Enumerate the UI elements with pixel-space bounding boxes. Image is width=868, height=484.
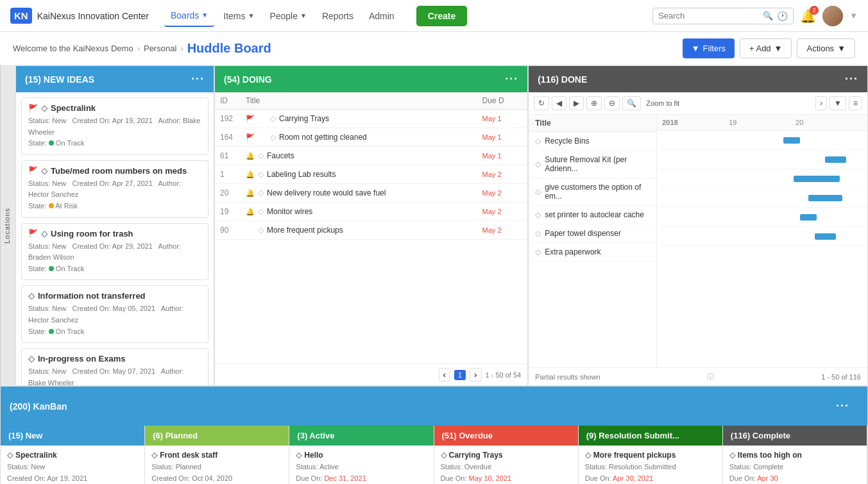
gantt-refresh-button[interactable]: ↻	[534, 96, 549, 110]
diamond-icon: ◇	[270, 114, 276, 123]
gantt-list-item[interactable]: ◇Suture Removal Kit (per Adrienn...	[529, 151, 656, 178]
breadcrumb-sep-2: ›	[180, 44, 183, 53]
page-1-button[interactable]: 1	[454, 370, 466, 380]
logo-badge: KN	[10, 8, 32, 24]
gantt-zoom-in-button[interactable]: ⊕	[586, 96, 602, 110]
gantt-prev-button[interactable]: ◀	[552, 96, 566, 110]
gantt-bar[interactable]	[808, 195, 842, 201]
main-content: Locations (15) NEW IDEAS ··· 🚩 ◇ Spectra…	[0, 65, 868, 484]
create-button[interactable]: Create	[416, 6, 468, 26]
done-menu[interactable]: ···	[845, 72, 858, 86]
gantt-partial-note: Partial results shown	[535, 373, 600, 381]
search-box[interactable]: 🔍 🕐	[652, 8, 794, 24]
col-title: Title	[241, 92, 477, 110]
new-ideas-card[interactable]: 🚩 ◇ Using room for trash Status: New Cre…	[21, 223, 208, 281]
notification-bell[interactable]: 🔔 2	[800, 8, 816, 24]
kanban-card[interactable]: ◇ Items too high on Status: Complete Due…	[723, 446, 867, 484]
gantt-menu-button[interactable]: ≡	[849, 96, 862, 110]
info-icon: ⓘ	[707, 372, 714, 381]
search-input[interactable]	[658, 11, 759, 21]
kanban-menu[interactable]: ···	[827, 393, 858, 419]
kanban-header: (200) KanBan ···	[1, 387, 867, 426]
gantt-bar[interactable]	[815, 233, 836, 240]
breadcrumb-home[interactable]: Welcome to the KaiNexus Demo	[13, 44, 133, 53]
state-dot	[49, 203, 54, 208]
diamond-icon: ◇	[151, 451, 157, 460]
card-title-text: Information not transferred	[38, 291, 146, 301]
kanban-card[interactable]: ◇ Hello Status: Active Due On: Dec 31, 2…	[289, 446, 433, 484]
gantt-list-item[interactable]: ◇set printer to autoclear cache	[529, 206, 656, 224]
kanban-col: (3) Active ◇ Hello Status: Active Due On…	[289, 426, 434, 484]
table-row[interactable]: 20 🔔 ◇ New delivery route would save fue…	[215, 184, 527, 203]
gantt-next-button[interactable]: ▶	[569, 96, 584, 110]
table-row[interactable]: 90 🔔 ◇ More frequent pickups May 2	[215, 221, 527, 240]
diamond-icon: ◇	[28, 291, 35, 301]
table-row[interactable]: 61 🔔 ◇ Faucets May 1	[215, 147, 527, 165]
kanban-card[interactable]: ◇ Carrying Trays Status: Overdue Due On:…	[434, 446, 578, 484]
prev-page-button[interactable]: ‹	[439, 368, 450, 381]
new-ideas-card[interactable]: 🚩 ◇ Spectralink Status: New Created On: …	[21, 97, 208, 155]
title-text: Carrying Trays	[279, 114, 329, 123]
diamond-icon: ◇	[535, 247, 541, 256]
gantt-item-title: Recycle Bins	[545, 137, 589, 146]
gantt-list-item[interactable]: ◇give customers the option of em...	[529, 178, 656, 206]
actions-button[interactable]: Actions ▼	[797, 38, 855, 58]
new-ideas-menu[interactable]: ···	[191, 72, 205, 86]
status-label: Status: Overdue	[441, 463, 492, 471]
gantt-bar-row	[657, 227, 867, 246]
new-ideas-column: (15) NEW IDEAS ··· 🚩 ◇ Spectralink Statu…	[15, 65, 214, 386]
kanban-card-title-text: More frequent pickups	[593, 451, 676, 460]
gantt-bar[interactable]	[800, 214, 817, 221]
gantt-right-button[interactable]: ›	[815, 96, 827, 110]
kanban-card[interactable]: ◇ Front desk staff Status: Planned Creat…	[145, 446, 289, 484]
nav-items[interactable]: Items ▼	[217, 6, 260, 26]
table-row[interactable]: 192 🚩 🔔 ◇ Carrying Trays May 1	[215, 110, 527, 128]
user-avatar[interactable]	[822, 6, 843, 26]
new-ideas-card[interactable]: 🚩 ◇ Tube/med room numbers on meds Status…	[21, 160, 208, 218]
new-ideas-card[interactable]: ◇ Information not transferred Status: Ne…	[21, 285, 208, 343]
diamond-icon: ◇	[41, 166, 47, 176]
gantt-list-item[interactable]: ◇Extra paperwork	[529, 243, 656, 262]
gantt-list-item[interactable]: ◇Paper towel dispenser	[529, 224, 656, 243]
title-text: Faucets	[267, 151, 294, 160]
table-row[interactable]: 19 🔔 ◇ Monitor wires May 2	[215, 203, 527, 221]
kanban-card-title: ◇ Carrying Trays	[441, 451, 572, 460]
nav-people[interactable]: People ▼	[263, 6, 313, 26]
nav-reports[interactable]: Reports	[316, 6, 360, 26]
gantt-zoom-out-button[interactable]: ⊖	[604, 96, 620, 110]
state-dot	[49, 329, 54, 334]
user-menu-caret[interactable]: ▼	[849, 11, 858, 21]
gantt-bar[interactable]	[783, 137, 800, 144]
row-due: May 1	[477, 128, 528, 147]
nav-people-label: People	[269, 11, 298, 21]
gantt-down-button[interactable]: ▼	[830, 96, 846, 110]
title-text: More frequent pickups	[267, 226, 343, 235]
row-title: 🔔 ◇ Monitor wires	[241, 203, 477, 221]
row-title: 🚩 🔔 ◇ Carrying Trays	[241, 110, 477, 128]
kanban-card-title-text: Items too high on	[738, 451, 802, 460]
gantt-list-item[interactable]: ◇Recycle Bins	[529, 132, 656, 151]
bell-icon: 🔔	[246, 189, 255, 197]
kanban-card-meta: Status: Complete Due On: Apr 30Responsib…	[729, 462, 860, 484]
table-row[interactable]: 164 🚩 🔔 ◇ Room not getting cleaned May 1	[215, 128, 527, 147]
breadcrumb-personal[interactable]: Personal	[144, 44, 176, 53]
filter-icon: ▼	[692, 44, 700, 53]
table-row[interactable]: 1 🔔 ◇ Labeling Lab results May 2	[215, 165, 527, 184]
state-label: State: On Track	[28, 265, 84, 272]
nav-admin[interactable]: Admin	[362, 6, 401, 26]
new-ideas-card[interactable]: ◇ In-progress on Exams Status: New Creat…	[21, 348, 208, 385]
next-page-button[interactable]: ›	[470, 368, 481, 381]
nav-boards[interactable]: Boards ▼	[164, 5, 214, 27]
status-label: Status: Complete	[729, 463, 783, 471]
kanban-card[interactable]: ◇ More frequent pickups Status: Resoluti…	[579, 446, 722, 484]
kanban-card-title-text: Spectralink	[15, 451, 57, 460]
gantt-bar[interactable]	[794, 176, 840, 182]
kanban-card[interactable]: ◇ Spectralink Status: New Created On: Ap…	[1, 446, 144, 484]
add-button[interactable]: + Add ▼	[740, 38, 792, 58]
gantt-bar[interactable]	[825, 156, 846, 163]
filters-button[interactable]: ▼ Filters	[683, 38, 735, 58]
doing-menu[interactable]: ···	[505, 72, 518, 86]
kanban-card-meta: Status: Active Due On: Dec 31, 2021Respo…	[296, 462, 427, 484]
title-text: New delivery route would save fuel	[267, 188, 386, 197]
gantt-search-button[interactable]: 🔍	[622, 96, 641, 110]
